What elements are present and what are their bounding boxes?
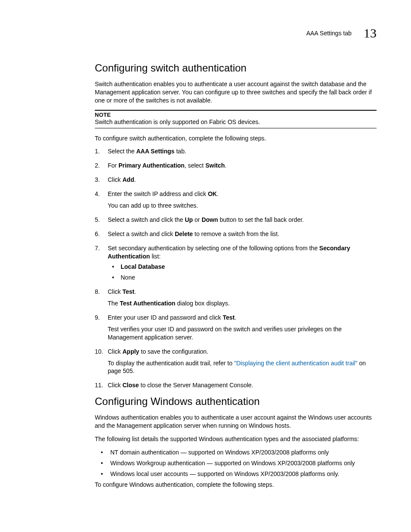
text: Select the <box>108 148 136 155</box>
step-7: Set secondary authentication by selectin… <box>95 244 377 282</box>
section1-intro: Switch authentication enables you to aut… <box>95 80 377 105</box>
step-11: Click Close to close the Server Manageme… <box>95 381 377 389</box>
text: tab. <box>174 148 186 155</box>
text: list: <box>150 253 161 260</box>
text: dialog box displays. <box>175 300 230 307</box>
page: AAA Settings tab 13 Configuring switch a… <box>0 0 411 532</box>
bold-text: AAA Settings <box>136 148 174 155</box>
chapter-number: 13 <box>364 26 377 40</box>
bold-text: Primary Authentication <box>118 162 185 169</box>
text: Set secondary authentication by selectin… <box>108 245 319 252</box>
text: to close the Server Management Console. <box>139 382 253 389</box>
running-header: AAA Settings tab 13 <box>34 26 377 40</box>
bold-text: Test Authentication <box>120 300 175 307</box>
text: to save the configuration. <box>139 348 208 355</box>
bullet-workgroup: Windows Workgroup authentication — suppo… <box>97 459 377 467</box>
option-none: None <box>110 274 377 282</box>
text: . <box>134 288 136 295</box>
text: To display the authentication audit trai… <box>108 360 234 367</box>
text: Select a switch and click the <box>108 216 185 223</box>
platforms-list: NT domain authentication — supported on … <box>97 448 377 478</box>
bold-text: Test <box>223 314 235 321</box>
step-3: Click Add. <box>95 176 377 184</box>
text: . <box>134 176 136 183</box>
step-7-options: Local Database None <box>110 263 377 282</box>
bullet-nt-domain: NT domain authentication — supported on … <box>97 448 377 457</box>
text: to remove a switch from the list. <box>193 230 280 237</box>
step-8-note: The Test Authentication dialog box displ… <box>108 299 377 308</box>
section2-p1: Windows authentication enables you to au… <box>95 414 377 430</box>
bold-text: Close <box>122 382 139 389</box>
option-local-database: Local Database <box>110 263 377 271</box>
step-2: For Primary Authentication, select Switc… <box>95 162 377 170</box>
bold-text: OK <box>208 190 217 197</box>
section-heading-windows: Configuring Windows authentication <box>95 395 377 408</box>
bold-text: Delete <box>175 230 193 237</box>
bold-text: Up <box>185 216 193 223</box>
step-10: Click Apply to save the configuration. T… <box>95 348 377 376</box>
text: , select <box>184 162 205 169</box>
step-10-note: To display the authentication audit trai… <box>108 359 377 376</box>
note-label: NOTE <box>95 112 377 118</box>
text: . <box>235 314 237 321</box>
note-block: NOTE Switch authentication is only suppo… <box>95 110 377 128</box>
steps-list: Select the AAA Settings tab. For Primary… <box>95 147 377 389</box>
section1-lead: To configure switch authentication, comp… <box>95 134 377 143</box>
text: Click <box>108 348 122 355</box>
section2-lead: To configure Windows authentication, com… <box>95 481 377 489</box>
text: . <box>225 162 227 169</box>
step-5: Select a switch and click the Up or Down… <box>95 216 377 224</box>
text: The <box>108 300 120 307</box>
text: Enter your user ID and password and clic… <box>108 314 223 321</box>
bold-text: Add <box>122 176 134 183</box>
section2-p2: The following list details the supported… <box>95 435 377 443</box>
bold-text: Apply <box>122 348 139 355</box>
step-8: Click Test. The Test Authentication dial… <box>95 288 377 308</box>
text: Enter the switch IP address and click <box>108 190 208 197</box>
step-4-note: You can add up to three switches. <box>108 202 377 210</box>
xref-audit-trail[interactable]: "Displaying the client authentication au… <box>234 360 357 367</box>
text: or <box>193 216 202 223</box>
step-4: Enter the switch IP address and click OK… <box>95 190 377 210</box>
bold-text: Switch <box>206 162 225 169</box>
note-text: Switch authentication is only supported … <box>95 118 377 126</box>
bold-text: Local Database <box>121 263 165 270</box>
step-1: Select the AAA Settings tab. <box>95 147 377 156</box>
content-area: Configuring switch authentication Switch… <box>95 62 377 489</box>
text: Click <box>108 288 122 295</box>
section-heading-switch: Configuring switch authentication <box>95 62 377 74</box>
text: Click <box>108 382 122 389</box>
text: button to set the fall back order. <box>218 216 304 223</box>
header-label: AAA Settings tab <box>306 30 352 37</box>
bold-text: Test <box>122 288 134 295</box>
step-9: Enter your user ID and password and clic… <box>95 314 377 342</box>
bullet-local-accounts: Windows local user accounts — supported … <box>97 470 377 478</box>
step-6: Select a switch and click Delete to remo… <box>95 230 377 238</box>
text: Click <box>108 176 122 183</box>
text: For <box>108 162 118 169</box>
bold-text: Down <box>202 216 218 223</box>
text: . <box>217 190 218 197</box>
text: Select a switch and click <box>108 230 175 237</box>
step-9-note: Test verifies your user ID and password … <box>108 325 377 342</box>
